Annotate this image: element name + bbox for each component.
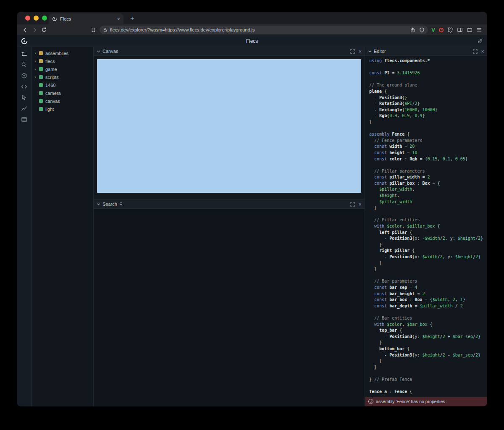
- shield-icon[interactable]: [419, 27, 425, 33]
- chevron-right-icon[interactable]: ›: [34, 59, 39, 63]
- search-panel: Search ×: [94, 200, 365, 406]
- inspect-cursor-icon[interactable]: [21, 94, 27, 101]
- browser-menu-icon[interactable]: [476, 27, 482, 33]
- rows-icon[interactable]: [21, 116, 27, 123]
- tree-item-canvas[interactable]: canvas: [32, 97, 93, 105]
- chart-icon[interactable]: [21, 105, 27, 112]
- vpn-extension-icon[interactable]: V: [431, 27, 435, 33]
- tree-item-label: flecs: [45, 59, 55, 64]
- cube-icon[interactable]: [21, 73, 27, 79]
- code-line: fence_a : Fence {: [369, 389, 487, 395]
- code-line: }: [369, 364, 487, 371]
- tree-item-label: game: [45, 67, 57, 72]
- close-panel-icon[interactable]: ×: [358, 49, 362, 54]
- sidebar-toggle-icon[interactable]: [457, 27, 463, 33]
- url-text: flecs.dev/explorer/?wasm=https://www.fle…: [110, 27, 407, 32]
- code-line: const color : Rgb = {0.15, 0.1, 0.05}: [369, 156, 487, 163]
- share-icon[interactable]: [410, 27, 415, 33]
- code-line: }: [369, 358, 487, 364]
- extension-icons: V: [431, 27, 482, 33]
- back-button[interactable]: [22, 27, 28, 33]
- search-panel-header: Search ×: [94, 200, 365, 209]
- canvas-viewport[interactable]: [97, 59, 361, 193]
- code-line: }: [369, 205, 487, 211]
- code-line: left_pillar {: [369, 230, 487, 236]
- code-line: }: [369, 266, 487, 273]
- url-bar[interactable]: flecs.dev/explorer/?wasm=https://www.fle…: [100, 26, 428, 34]
- forward-button[interactable]: [32, 27, 38, 33]
- bookmark-icon[interactable]: [91, 27, 96, 33]
- extensions-puzzle-icon[interactable]: [447, 27, 453, 33]
- browser-tab[interactable]: Flecs ×: [49, 13, 123, 24]
- chevron-right-icon[interactable]: ›: [34, 51, 39, 55]
- entity-color-square: [39, 75, 43, 79]
- code-line: // The ground plane: [369, 82, 487, 89]
- expand-panel-icon[interactable]: [473, 49, 478, 54]
- recorder-extension-icon[interactable]: [439, 28, 444, 32]
- code-line: const height = 10: [369, 150, 487, 156]
- code-line: - Rectangle{10000, 10000}: [369, 107, 487, 113]
- code-line: assembly Fence {: [369, 131, 487, 138]
- entity-tree: ›assemblies›flecs›game›scripts1460camera…: [32, 47, 94, 406]
- code-line: const pillar_width = 2: [369, 174, 487, 181]
- tree-item-scripts[interactable]: ›scripts: [32, 73, 93, 81]
- lock-icon: [103, 28, 108, 32]
- tree-item-assemblies[interactable]: ›assemblies: [32, 49, 93, 57]
- center-column: Canvas × Search: [94, 47, 365, 406]
- new-tab-button[interactable]: +: [128, 14, 137, 24]
- code-line: $height,: [369, 193, 487, 199]
- expand-panel-icon[interactable]: [350, 49, 355, 54]
- code-line: plane {: [369, 89, 487, 95]
- reload-button[interactable]: [41, 27, 47, 33]
- entity-color-square: [39, 59, 43, 63]
- code-line: - Rotation3{$PI/2}: [369, 101, 487, 107]
- editor-code[interactable]: using flecs.components.* const PI = 3.14…: [365, 56, 487, 397]
- tree-item-flecs[interactable]: ›flecs: [32, 57, 93, 65]
- chevron-right-icon[interactable]: ›: [34, 67, 39, 71]
- browser-toolbar: flecs.dev/explorer/?wasm=https://www.fle…: [17, 24, 487, 35]
- error-message: assembly 'Fence' has no properties: [376, 399, 445, 404]
- window-zoom-button[interactable]: [42, 16, 47, 21]
- tree-view-icon[interactable]: [21, 51, 27, 57]
- code-line: // Bar entities: [369, 315, 487, 322]
- panel-collapse-icon[interactable]: [368, 50, 372, 53]
- code-line: // Fence parameters: [369, 138, 487, 144]
- window-minimize-button[interactable]: [34, 16, 39, 21]
- tree-item-game[interactable]: ›game: [32, 65, 93, 73]
- chevron-right-icon[interactable]: ›: [34, 75, 39, 79]
- tree-item-label: scripts: [45, 75, 59, 80]
- close-panel-icon[interactable]: ×: [481, 49, 484, 54]
- search-icon[interactable]: [21, 62, 27, 68]
- tab-close-icon[interactable]: ×: [117, 16, 120, 22]
- entity-color-square: [39, 83, 43, 87]
- code-line: top_bar {: [369, 328, 487, 334]
- editor-panel-header: Editor ×: [365, 47, 487, 56]
- entity-color-square: [39, 51, 43, 55]
- expand-panel-icon[interactable]: [350, 202, 355, 207]
- code-line: const pillar_box : Box = {: [369, 181, 487, 187]
- share-link-icon[interactable]: [477, 38, 483, 44]
- code-line: - Position3{y: $height/2 + $bar_sep/2}: [369, 334, 487, 340]
- code-line: - Position3{}: [369, 95, 487, 101]
- code-line: bottom_bar {: [369, 346, 487, 352]
- code-icon[interactable]: [21, 84, 27, 90]
- panel-collapse-icon[interactable]: [97, 202, 100, 206]
- tab-title: Flecs: [60, 16, 114, 21]
- code-line: - Position3{x: $width/2, y: $height/2}: [369, 254, 487, 260]
- search-icon: [119, 202, 123, 206]
- code-line: - Position3{x: -$width/2, y: $height/2}: [369, 236, 487, 242]
- tree-item-light[interactable]: light: [32, 105, 93, 113]
- search-results-area: [94, 209, 365, 406]
- tree-item-camera[interactable]: camera: [32, 89, 93, 97]
- code-line: }: [369, 260, 487, 267]
- code-line: const PI = 3.1415926: [369, 70, 487, 76]
- wallet-icon[interactable]: [467, 27, 472, 33]
- code-line: const bar_depth = $pillar_width / 2: [369, 303, 487, 309]
- window-close-button[interactable]: [25, 16, 30, 21]
- tree-item-label: 1460: [45, 83, 55, 88]
- canvas-panel: Canvas ×: [94, 47, 365, 200]
- panel-collapse-icon[interactable]: [97, 50, 100, 53]
- tree-item-1460[interactable]: 1460: [32, 81, 93, 89]
- close-panel-icon[interactable]: ×: [358, 202, 362, 207]
- entity-color-square: [39, 99, 43, 103]
